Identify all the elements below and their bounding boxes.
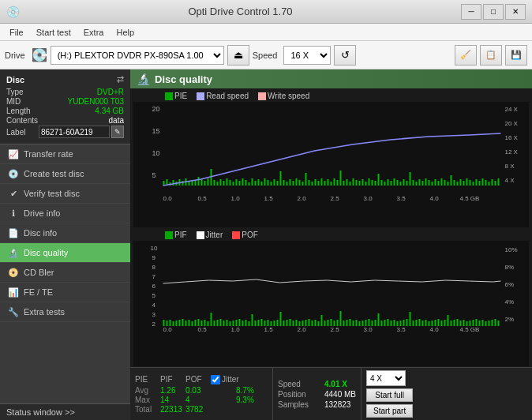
- menu-start-test[interactable]: Start test: [30, 26, 77, 39]
- svg-rect-95: [381, 180, 383, 186]
- svg-rect-65: [287, 182, 288, 186]
- disc-section: Disc ⇄ Type DVD+R MID YUDEN000 T03 Lengt…: [0, 69, 130, 144]
- minimize-button[interactable]: ─: [461, 4, 481, 20]
- samples-label: Samples: [278, 400, 321, 409]
- svg-rect-208: [337, 320, 339, 326]
- nav-label-transfer-rate: Transfer rate: [24, 149, 73, 159]
- sidebar-item-verify-test-disc[interactable]: ✔ Verify test disc: [0, 184, 130, 204]
- sidebar-item-disc-quality[interactable]: 🔬 Disc quality: [0, 243, 130, 263]
- close-button[interactable]: ✕: [505, 4, 526, 20]
- save-button[interactable]: 💾: [505, 45, 527, 66]
- svg-rect-32: [182, 181, 184, 186]
- svg-rect-86: [353, 178, 354, 186]
- svg-rect-109: [425, 178, 427, 186]
- label-input[interactable]: [39, 126, 110, 138]
- svg-rect-221: [378, 313, 380, 326]
- svg-rect-130: [492, 179, 493, 186]
- svg-rect-56: [258, 179, 260, 186]
- samples-value: 132823: [324, 400, 350, 409]
- svg-rect-121: [463, 181, 465, 186]
- jitter-checkbox[interactable]: [211, 375, 220, 384]
- sidebar-item-drive-info[interactable]: ℹ Drive info: [0, 204, 130, 223]
- label-edit-button[interactable]: ✎: [111, 126, 124, 138]
- svg-rect-206: [331, 319, 332, 326]
- speed-select[interactable]: 16 X: [283, 46, 331, 65]
- svg-rect-243: [448, 315, 449, 326]
- main-layout: Disc ⇄ Type DVD+R MID YUDEN000 T03 Lengt…: [0, 69, 532, 420]
- svg-rect-34: [189, 182, 190, 186]
- svg-text:20: 20: [152, 105, 160, 113]
- svg-rect-97: [388, 179, 389, 186]
- drive-select[interactable]: (H:) PLEXTOR DVDR PX-890SA 1.00: [51, 46, 224, 65]
- svg-text:5: 5: [152, 292, 156, 299]
- svg-rect-169: [214, 321, 215, 326]
- nav-label-create-test-disc: Create test disc: [24, 169, 84, 178]
- svg-text:15: 15: [152, 127, 160, 135]
- sidebar-item-create-test-disc[interactable]: 💿 Create test disc: [0, 164, 130, 184]
- svg-rect-222: [381, 321, 383, 326]
- svg-rect-51: [242, 178, 244, 186]
- contents-label: Contents: [6, 116, 38, 125]
- svg-rect-197: [302, 321, 304, 326]
- svg-rect-39: [204, 181, 206, 186]
- svg-rect-176: [236, 320, 238, 326]
- svg-rect-98: [391, 181, 392, 186]
- menu-extra[interactable]: Extra: [77, 26, 111, 39]
- bottom-chart-container: PIF Jitter POF 10 9 8 7 6 5: [133, 229, 529, 366]
- sidebar-item-disc-info[interactable]: 📄 Disc info: [0, 223, 130, 243]
- svg-text:6: 6: [152, 283, 156, 290]
- svg-rect-100: [397, 180, 399, 186]
- disc-quality-header: 🔬 Disc quality: [130, 69, 532, 88]
- svg-rect-183: [258, 320, 260, 326]
- disc-options-icon[interactable]: ⇄: [117, 74, 124, 84]
- clear-button[interactable]: 🧹: [455, 45, 477, 66]
- start-part-button[interactable]: Start part: [366, 404, 413, 418]
- svg-rect-112: [435, 179, 436, 186]
- svg-text:2: 2: [152, 321, 156, 328]
- sidebar-item-cd-bler[interactable]: 📀 CD Bler: [0, 263, 130, 283]
- svg-text:1.5: 1.5: [264, 195, 274, 202]
- length-label: Length: [6, 107, 31, 115]
- svg-rect-200: [312, 321, 313, 326]
- svg-rect-115: [444, 180, 446, 186]
- svg-text:10: 10: [152, 149, 160, 157]
- refresh-button[interactable]: ↺: [334, 45, 356, 66]
- svg-rect-54: [252, 178, 253, 186]
- svg-text:8: 8: [152, 264, 156, 271]
- status-window-button[interactable]: Status window >>: [0, 403, 130, 420]
- eject-button[interactable]: ⏏: [227, 45, 249, 66]
- info-button[interactable]: 📋: [480, 45, 502, 66]
- start-full-button[interactable]: Start full: [366, 388, 413, 402]
- menu-file[interactable]: File: [3, 26, 30, 39]
- svg-text:1.0: 1.0: [231, 326, 241, 332]
- svg-rect-63: [280, 171, 282, 186]
- sidebar-item-extra-tests[interactable]: 🔧 Extra tests: [0, 302, 130, 322]
- quality-speed-select[interactable]: 4 X: [366, 370, 406, 386]
- restore-button[interactable]: □: [483, 4, 504, 20]
- svg-rect-239: [435, 320, 436, 326]
- nav-label-disc-quality: Disc quality: [24, 248, 68, 257]
- svg-rect-218: [369, 319, 370, 326]
- svg-rect-103: [406, 181, 408, 186]
- svg-rect-156: [173, 321, 174, 326]
- svg-rect-153: [163, 320, 165, 326]
- svg-rect-110: [429, 180, 430, 186]
- sidebar-item-transfer-rate[interactable]: 📈 Transfer rate: [0, 144, 130, 164]
- svg-rect-161: [189, 320, 190, 326]
- svg-rect-94: [378, 174, 380, 186]
- svg-rect-101: [400, 182, 402, 186]
- svg-rect-255: [485, 321, 487, 326]
- svg-rect-128: [485, 180, 487, 186]
- svg-rect-49: [236, 179, 238, 186]
- stats-area: PIE PIF POF Jitter Avg 1.26 0.03 8.7%: [130, 367, 532, 420]
- svg-rect-53: [249, 182, 250, 186]
- disc-quality-icon: 🔬: [8, 247, 19, 258]
- svg-rect-52: [245, 180, 247, 186]
- sidebar-item-fe-te[interactable]: 📊 FE / TE: [0, 283, 130, 302]
- menu-help[interactable]: Help: [110, 26, 140, 39]
- svg-text:10: 10: [151, 245, 158, 252]
- svg-rect-55: [255, 181, 257, 186]
- svg-rect-102: [403, 179, 405, 186]
- pif-stat-header: PIF: [160, 375, 184, 384]
- sidebar: Disc ⇄ Type DVD+R MID YUDEN000 T03 Lengt…: [0, 69, 130, 420]
